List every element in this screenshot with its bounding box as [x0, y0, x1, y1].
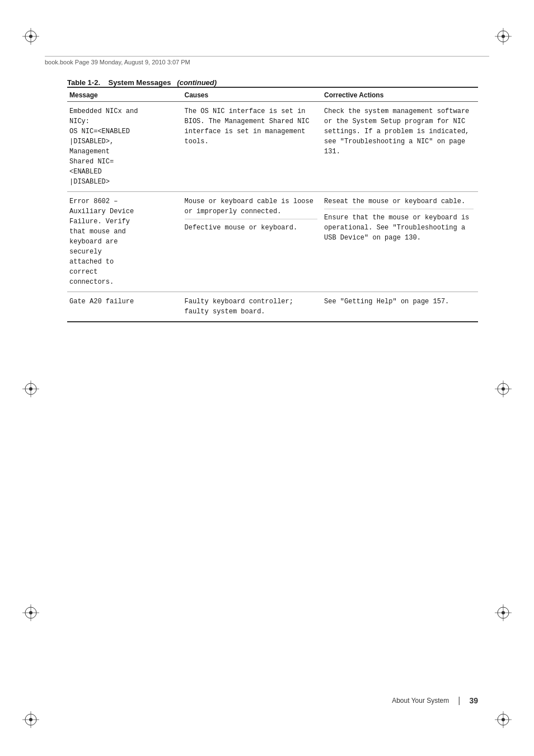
cell-actions-2: See "Getting Help" on page 157.	[322, 292, 478, 322]
page-footer: About Your System | 39	[67, 696, 478, 706]
table-subject: System Messages	[108, 78, 171, 87]
col-header-message: Message	[67, 87, 182, 102]
cell-message-0: Embedded NICx and NICy: OS NIC=<ENABLED …	[67, 102, 182, 192]
cell-causes-1: Mouse or keyboard cable is loose or impr…	[182, 192, 322, 292]
footer-section: About Your System	[392, 697, 449, 705]
cause-text-1-1: Defective mouse or keyboard.	[185, 219, 318, 233]
table-number: Table 1-2.	[67, 78, 100, 87]
table-row: Embedded NICx and NICy: OS NIC=<ENABLED …	[67, 102, 478, 192]
page: book.book Page 39 Monday, August 9, 2010…	[0, 0, 534, 756]
table-title: Table 1-2. System Messages (continued)	[67, 78, 478, 87]
cell-causes-2: Faulty keyboard controller; faulty syste…	[182, 292, 322, 322]
cell-actions-0: Check the system management software or …	[322, 102, 478, 192]
cause-text-1-0: Mouse or keyboard cable is loose or impr…	[185, 196, 318, 217]
page-number: 39	[469, 696, 478, 705]
reg-mark-mr	[495, 381, 512, 397]
action-text-1-1: Ensure that the mouse or keyboard is ope…	[324, 209, 474, 243]
header-strip: book.book Page 39 Monday, August 9, 2010…	[45, 56, 489, 65]
cause-text-0-0: The OS NIC interface is set in BIOS. The…	[185, 106, 318, 147]
header-text: book.book Page 39 Monday, August 9, 2010…	[45, 59, 190, 65]
table-row: Error 8602 – Auxiliary Device Failure. V…	[67, 192, 478, 292]
reg-mark-lower-right	[495, 604, 512, 621]
reg-mark-tl	[22, 28, 39, 45]
cell-causes-0: The OS NIC interface is set in BIOS. The…	[182, 102, 322, 192]
reg-mark-br	[495, 711, 512, 728]
reg-mark-tr	[495, 28, 512, 45]
table-row: Gate A20 failureFaulty keyboard controll…	[67, 292, 478, 322]
reg-mark-ml	[22, 381, 39, 397]
col-header-actions: Corrective Actions	[322, 87, 478, 102]
table-continued: (continued)	[177, 78, 217, 87]
action-text-1-0: Reseat the mouse or keyboard cable.	[324, 196, 474, 206]
main-content: Table 1-2. System Messages (continued) M…	[67, 78, 478, 322]
reg-mark-bl	[22, 711, 39, 728]
system-messages-table: Message Causes Corrective Actions Embedd…	[67, 87, 478, 322]
cause-text-2-0: Faulty keyboard controller; faulty syste…	[185, 297, 318, 317]
col-header-causes: Causes	[182, 87, 322, 102]
cell-actions-1: Reseat the mouse or keyboard cable.Ensur…	[322, 192, 478, 292]
table-header-row: Message Causes Corrective Actions	[67, 87, 478, 102]
footer-separator: |	[458, 696, 460, 706]
reg-mark-lower-left	[22, 604, 39, 621]
action-text-2-0: See "Getting Help" on page 157.	[324, 297, 474, 307]
cell-message-2: Gate A20 failure	[67, 292, 182, 322]
action-text-0-0: Check the system management software or …	[324, 106, 474, 157]
cell-message-1: Error 8602 – Auxiliary Device Failure. V…	[67, 192, 182, 292]
